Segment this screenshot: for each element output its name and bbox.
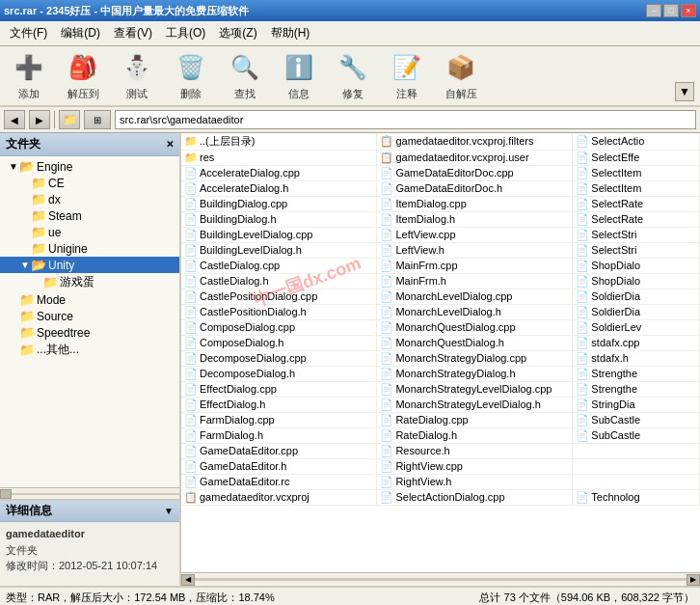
tool-sfx[interactable]: 📦 自解压	[438, 50, 484, 101]
file-type-icon: 📄	[184, 352, 198, 364]
tree-item-steam[interactable]: 📁 Steam	[0, 207, 179, 224]
tool-delete[interactable]: 🗑️ 删除	[168, 50, 214, 101]
tool-info-label: 信息	[288, 87, 310, 101]
file-cell: 📄SelectEffe	[573, 151, 700, 166]
menu-tools[interactable]: 工具(O)	[160, 23, 211, 43]
toolbar-extra[interactable]: ▼	[675, 82, 694, 101]
menu-help[interactable]: 帮助(H)	[265, 23, 316, 43]
table-row[interactable]: 📄DecomposeDialog.h📄MonarchStrategyDialog…	[181, 367, 700, 382]
tree-hscroll[interactable]	[0, 487, 179, 499]
file-cell: 📄MainFrm.h	[377, 274, 573, 289]
tool-info[interactable]: ℹ️ 信息	[276, 50, 322, 101]
address-input[interactable]	[115, 110, 696, 129]
tree-item-speedtree[interactable]: 📁 Speedtree	[0, 324, 179, 341]
folder-icon[interactable]: 📁	[59, 110, 80, 129]
file-cell: 📋gamedataeditor.vcxproj.user	[377, 151, 573, 166]
window-controls: － □ ×	[646, 4, 696, 17]
table-row[interactable]: 📄AccelerateDialog.h📄GameDataEditorDoc.h📄…	[181, 181, 700, 197]
file-type-icon: 📄	[184, 429, 198, 441]
info-header: 详细信息 ▼	[0, 501, 179, 522]
tree-item-unigine[interactable]: 📁 Unigine	[0, 240, 179, 257]
menu-file[interactable]: 文件(F)	[4, 23, 53, 43]
tree-item-unity[interactable]: ▼ 📂 Unity	[0, 257, 179, 273]
file-cell: 📄CastleDialog.h	[181, 274, 377, 289]
tree-item-dx[interactable]: 📁 dx	[0, 191, 179, 207]
tree-label-steam: Steam	[48, 209, 82, 223]
file-cell: 📋gamedataeditor.vcxproj	[181, 490, 377, 506]
table-row[interactable]: 📄AccelerateDialog.cpp📄GameDataEditorDoc.…	[181, 166, 700, 181]
file-type-icon: 📄	[380, 244, 393, 256]
table-row[interactable]: 📄ComposeDialog.h📄MonarchQuestDialog.h📄st…	[181, 336, 700, 351]
forward-button[interactable]: ▶	[29, 110, 50, 129]
table-row[interactable]: 📄BuildingDialog.cpp📄ItemDialog.cpp📄Selec…	[181, 197, 700, 212]
table-row[interactable]: 📄EffectDialog.cpp📄MonarchStrategyLevelDi…	[181, 382, 700, 398]
tree-label-other: ...其他...	[37, 342, 79, 358]
file-list[interactable]: 📁..(上层目录)📋gamedataeditor.vcxproj.filters…	[181, 133, 700, 572]
sfx-icon: 📦	[444, 50, 478, 85]
table-row[interactable]: 📋gamedataeditor.vcxproj📄SelectActionDial…	[181, 490, 700, 506]
file-cell: 📄MonarchStrategyLevelDialog.cpp	[377, 382, 573, 398]
file-type-icon: 📄	[576, 383, 589, 395]
address-bar: ◀ ▶ 📁 ⊞	[0, 107, 700, 133]
tree-item-gameegg[interactable]: 📁 游戏蛋	[0, 273, 179, 291]
tree-item-other[interactable]: 📁 ...其他...	[0, 341, 179, 359]
table-row[interactable]: 📄FarmDialog.h📄RateDialog.h📄SubCastle	[181, 428, 700, 444]
tool-repair[interactable]: 🔧 修复	[330, 50, 376, 101]
tree-item-ce[interactable]: 📁 CE	[0, 175, 179, 191]
table-row[interactable]: 📄GameDataEditor.h📄RightView.cpp	[181, 459, 700, 475]
table-row[interactable]: 📄BuildingDialog.h📄ItemDialog.h📄SelectRat…	[181, 212, 700, 228]
table-row[interactable]: 📄CastleDialog.h📄MainFrm.h📄ShopDialo	[181, 274, 700, 289]
table-row[interactable]: 📁..(上层目录)📋gamedataeditor.vcxproj.filters…	[181, 133, 700, 151]
extract-icon: 🎒	[66, 50, 100, 85]
test-icon: ⛄	[120, 50, 154, 85]
table-row[interactable]: 📄CastlePositionDialog.cpp📄MonarchLevelDi…	[181, 289, 700, 305]
minimize-button[interactable]: －	[646, 4, 661, 17]
menu-options[interactable]: 选项(Z)	[213, 23, 262, 43]
table-row[interactable]: 📄ComposeDialog.cpp📄MonarchQuestDialog.cp…	[181, 320, 700, 336]
close-button[interactable]: ×	[681, 4, 696, 17]
table-row[interactable]: 📄FarmDialog.cpp📄RateDialog.cpp📄SubCastle	[181, 413, 700, 428]
table-row[interactable]: 📄EffectDialog.h📄MonarchStrategyLevelDial…	[181, 398, 700, 413]
tool-comment[interactable]: 📝 注释	[384, 50, 430, 101]
table-row[interactable]: 📄DecomposeDialog.cpp📄MonarchStrategyDial…	[181, 351, 700, 367]
tree-area[interactable]: ▼ 📂 Engine 📁 CE 📁 dx 📁 Steam	[0, 156, 179, 487]
table-row[interactable]: 📄BuildingLevelDialog.h📄LeftView.h📄Select…	[181, 243, 700, 259]
file-hscroll[interactable]: ◀ ▶	[181, 572, 700, 586]
menu-view[interactable]: 查看(V)	[108, 23, 158, 43]
tool-extract[interactable]: 🎒 解压到	[60, 50, 106, 101]
back-button[interactable]: ◀	[4, 110, 25, 129]
tree-close-btn[interactable]: ✕	[166, 139, 174, 150]
file-type-icon: 📄	[576, 491, 589, 503]
tree-item-ue[interactable]: 📁 ue	[0, 224, 179, 240]
tree-item-engine[interactable]: ▼ 📂 Engine	[0, 158, 179, 175]
file-cell: 📄GameDataEditor.h	[181, 459, 377, 475]
tool-test[interactable]: ⛄ 测试	[114, 50, 160, 101]
tool-add[interactable]: ➕ 添加	[6, 50, 52, 101]
view-toggle[interactable]: ⊞	[84, 110, 111, 129]
table-row[interactable]: 📄BuildingLevelDialog.cpp📄LeftView.cpp📄Se…	[181, 228, 700, 243]
file-type-icon: 📄	[184, 198, 198, 209]
file-cell: 📄ComposeDialog.cpp	[181, 320, 377, 336]
table-row[interactable]: 📄GameDataEditor.rc📄RightView.h	[181, 475, 700, 490]
file-type-icon: 📄	[576, 337, 589, 348]
tree-item-source[interactable]: 📁 Source	[0, 308, 179, 324]
file-type-icon: 📄	[184, 275, 198, 287]
menu-edit[interactable]: 编辑(D)	[55, 23, 106, 43]
info-toggle[interactable]: ▼	[164, 506, 174, 516]
table-row[interactable]: 📄CastlePositionDialog.h📄MonarchLevelDial…	[181, 305, 700, 320]
tool-test-label: 测试	[126, 87, 148, 101]
title-text: src.rar - 2345好压 - 中国用户量最大的免费压缩软件	[4, 4, 249, 18]
file-type-icon: 📄	[380, 260, 393, 271]
table-row[interactable]: 📁res📋gamedataeditor.vcxproj.user📄SelectE…	[181, 151, 700, 166]
table-row[interactable]: 📄GameDataEditor.cpp📄Resource.h	[181, 444, 700, 459]
file-type-icon: 📄	[184, 368, 198, 379]
tree-item-mode[interactable]: 📁 Mode	[0, 291, 179, 308]
file-table: 📁..(上层目录)📋gamedataeditor.vcxproj.filters…	[181, 133, 700, 506]
tree-label-dx: dx	[48, 193, 61, 206]
table-row[interactable]: 📄CastleDialog.cpp📄MainFrm.cpp📄ShopDialo	[181, 259, 700, 274]
tool-find[interactable]: 🔍 查找	[222, 50, 268, 101]
file-cell: 📄MonarchStrategyDialog.h	[377, 367, 573, 382]
tool-sfx-label: 自解压	[445, 87, 477, 101]
tree-label-unigine: Unigine	[48, 242, 88, 256]
maximize-button[interactable]: □	[663, 4, 679, 17]
